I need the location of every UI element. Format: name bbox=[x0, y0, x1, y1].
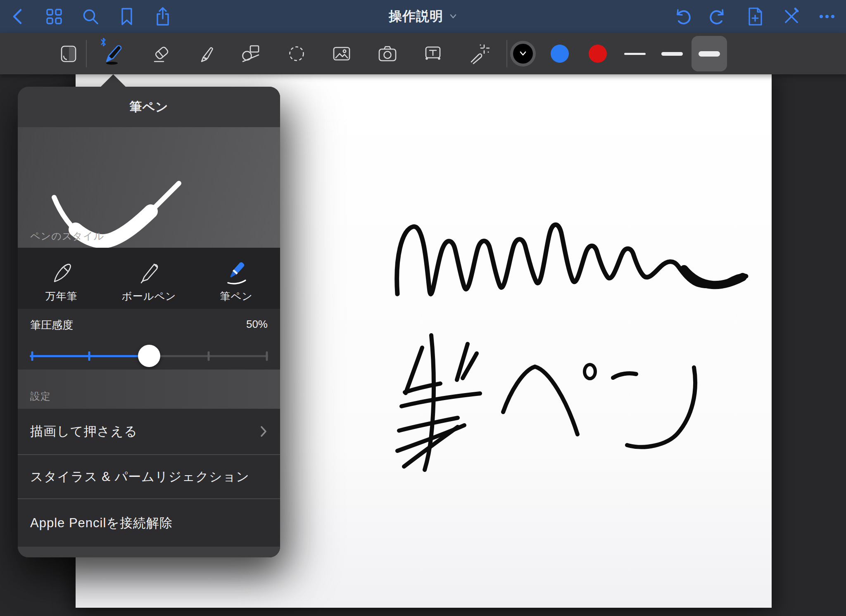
text-tool-button[interactable] bbox=[414, 33, 452, 74]
add-page-icon bbox=[746, 6, 765, 27]
pressure-label: 筆圧感度 bbox=[30, 318, 73, 332]
thickness-medium-button[interactable] bbox=[653, 33, 691, 74]
pen-style-row: 万年筆 ボールペン 筆ペン bbox=[18, 248, 280, 309]
color-swatch-blue[interactable] bbox=[541, 33, 579, 74]
lasso-tool-button[interactable] bbox=[278, 33, 316, 74]
fountain-pen-icon bbox=[48, 260, 75, 286]
color-swatch-red[interactable] bbox=[579, 33, 617, 74]
paper-template-icon bbox=[58, 43, 79, 64]
canvas-area: 筆ペン ペンのスタイル 万年筆 ボールペン bbox=[0, 74, 846, 616]
text-tool-icon bbox=[422, 43, 444, 64]
undo-button[interactable] bbox=[668, 0, 697, 33]
bluetooth-icon bbox=[100, 37, 107, 47]
add-page-button[interactable] bbox=[740, 0, 770, 33]
pen-style-section-label: ペンのスタイル bbox=[30, 230, 104, 243]
redo-button[interactable] bbox=[703, 0, 733, 33]
thin-line-icon bbox=[624, 53, 646, 55]
eraser-tool-button[interactable] bbox=[143, 33, 181, 74]
highlighter-tool-button[interactable] bbox=[188, 33, 226, 74]
selected-color-ring bbox=[510, 41, 536, 66]
blue-color bbox=[551, 45, 569, 63]
row-label: Apple Pencilを接続解除 bbox=[30, 514, 173, 532]
red-color bbox=[589, 45, 607, 63]
medium-line-icon bbox=[661, 52, 683, 56]
eraser-icon bbox=[151, 43, 173, 64]
popover-arrow bbox=[101, 74, 126, 87]
style-option-ballpoint-pen[interactable]: ボールペン bbox=[105, 248, 193, 309]
lasso-icon bbox=[286, 43, 307, 64]
settings-label: 設定 bbox=[30, 390, 51, 403]
settings-rows: 描画して押さえる スタイラス & パームリジェクション Apple Pencil… bbox=[18, 409, 280, 557]
slider-tick bbox=[266, 351, 268, 361]
toolbar-divider bbox=[86, 40, 87, 67]
pressure-slider[interactable] bbox=[30, 344, 268, 367]
laser-pointer-icon bbox=[468, 43, 490, 64]
style-label: 筆ペン bbox=[220, 289, 253, 303]
image-tool-icon bbox=[331, 43, 352, 64]
style-option-brush-pen[interactable]: 筆ペン bbox=[192, 248, 280, 309]
top-navbar: 操作説明 bbox=[0, 0, 846, 33]
stroke-preview: ペンのスタイル bbox=[18, 127, 280, 248]
more-button[interactable] bbox=[812, 0, 842, 33]
pressure-section: 筆圧感度 50% bbox=[18, 309, 280, 370]
style-option-fountain-pen[interactable]: 万年筆 bbox=[18, 248, 105, 309]
pen-settings-popover: 筆ペン ペンのスタイル 万年筆 ボールペン bbox=[18, 87, 280, 557]
shape-tool-button[interactable] bbox=[232, 33, 270, 74]
brush-pen-icon bbox=[223, 260, 250, 286]
shape-tool-icon bbox=[240, 43, 261, 64]
thick-line-icon bbox=[699, 51, 720, 57]
more-icon bbox=[817, 7, 837, 26]
laser-pointer-tool-button[interactable] bbox=[460, 33, 498, 74]
drawing-toolbar bbox=[0, 33, 846, 74]
ballpoint-pen-icon bbox=[136, 260, 162, 286]
chevron-down-icon bbox=[519, 51, 527, 57]
thickness-thick-button[interactable] bbox=[690, 33, 728, 74]
style-label: 万年筆 bbox=[45, 289, 78, 303]
camera-icon bbox=[377, 43, 398, 64]
style-label: ボールペン bbox=[121, 289, 176, 303]
stylus-mode-button[interactable] bbox=[777, 0, 806, 33]
camera-tool-button[interactable] bbox=[368, 33, 406, 74]
slider-thumb[interactable] bbox=[138, 345, 160, 367]
row-stylus-palm-rejection[interactable]: スタイラス & パームリジェクション bbox=[18, 454, 280, 498]
row-disconnect-apple-pencil[interactable]: Apple Pencilを接続解除 bbox=[18, 498, 280, 547]
row-label: 描画して押さえる bbox=[30, 423, 138, 440]
color-swatch-black[interactable] bbox=[504, 33, 542, 74]
page-title: 操作説明 bbox=[389, 7, 443, 26]
pressure-value: 50% bbox=[246, 318, 268, 331]
popover-bottom-band bbox=[18, 547, 280, 557]
stylus-mode-icon bbox=[782, 7, 801, 26]
redo-icon bbox=[708, 7, 728, 26]
popover-title: 筆ペン bbox=[18, 87, 280, 127]
thickness-thin-button[interactable] bbox=[616, 33, 654, 74]
pen-tool-button[interactable] bbox=[94, 33, 132, 74]
chevron-right-icon bbox=[259, 425, 268, 438]
undo-icon bbox=[673, 7, 692, 26]
row-label: スタイラス & パームリジェクション bbox=[30, 468, 250, 486]
paper-template-button[interactable] bbox=[50, 33, 88, 74]
title-chevron-icon bbox=[449, 13, 457, 20]
slider-tick bbox=[31, 351, 33, 361]
slider-tick bbox=[88, 351, 90, 361]
image-tool-button[interactable] bbox=[323, 33, 361, 74]
slider-tick bbox=[207, 351, 209, 361]
selected-thickness-bg bbox=[692, 36, 727, 71]
highlighter-icon bbox=[196, 43, 218, 64]
row-draw-and-hold[interactable]: 描画して押さえる bbox=[18, 409, 280, 454]
settings-section-header: 設定 bbox=[18, 370, 280, 409]
